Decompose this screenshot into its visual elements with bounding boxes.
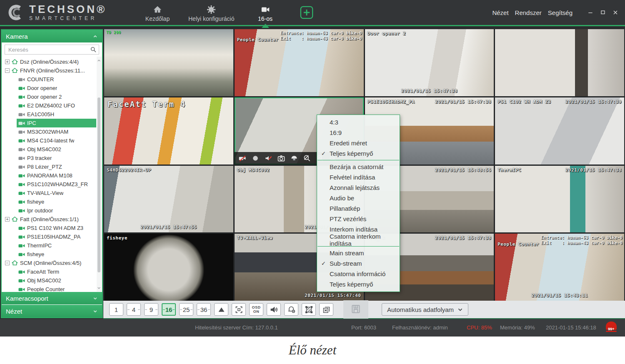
- maximize-button[interactable]: [597, 7, 609, 17]
- video-tile-fisheye[interactable]: fisheye: [104, 234, 233, 301]
- menu-item-main-stream-12[interactable]: Main stream: [317, 248, 400, 258]
- video-tile-s4hd622024ir-up[interactable]: S4HD622024IR-UP2021/01/15 15:47:55: [104, 166, 233, 233]
- menu-item-pillanatk-p[interactable]: Pillanatkép: [317, 203, 400, 214]
- tree-camera-ms3c002wham[interactable]: MS3C002WHAM: [2, 127, 102, 136]
- stream-blocked-icon[interactable]: [238, 154, 247, 162]
- tree-camera-ipc[interactable]: IPC: [2, 119, 102, 127]
- layout-16-button[interactable]: 16: [162, 303, 176, 316]
- layout-1-button[interactable]: 1: [109, 303, 123, 316]
- snapshot-icon[interactable]: [277, 154, 285, 162]
- tree-camera-obj-ms4c002[interactable]: Obj MS4C002: [2, 276, 102, 285]
- search-input[interactable]: [5, 45, 99, 55]
- menu-item-felv-tel-ind-t-sa[interactable]: Felvétel indítása: [317, 172, 400, 182]
- tree-camera-people-counter[interactable]: People Counter: [2, 285, 102, 292]
- menu-nezet[interactable]: Nézet: [492, 9, 508, 16]
- video-tile-ch4[interactable]: [495, 29, 624, 96]
- nav-item-16-os[interactable]: 16-os: [250, 3, 280, 22]
- nav-item-helyi-konfigur-ci[interactable]: Helyi konfiguráció: [188, 3, 235, 22]
- tree-group-dsz-online-sszes-4-4[interactable]: +Dsz (Online/Összes:4/4): [2, 57, 102, 66]
- menu-item-teljes-k-perny-15[interactable]: Teljes képernyő: [317, 279, 400, 289]
- ptz-dome-icon[interactable]: [290, 154, 298, 162]
- layout-4-button[interactable]: 4: [127, 303, 141, 316]
- videocam-icon: [261, 5, 270, 14]
- record-icon[interactable]: [251, 154, 260, 162]
- counter-line: Entrance: human-63 car-0 bike-0: [280, 30, 362, 36]
- video-tile-people-counter[interactable]: Entrance: human-63 car-0 bike-0Exit : hu…: [495, 234, 624, 301]
- menu-item-azonnali-lej-tsz-s[interactable]: Azonnali lejátszás: [317, 182, 400, 193]
- tree-expander-icon[interactable]: −: [5, 68, 10, 73]
- tree-camera-door-opener[interactable]: Door opener: [2, 84, 102, 92]
- tree-camera-ea1c005h[interactable]: EA1C005H: [2, 110, 102, 119]
- tree-camera-fisheye[interactable]: fisheye: [2, 197, 102, 206]
- statusbar: Hitelesítési szerver Cím: 127.0.0.1 Port…: [0, 319, 625, 337]
- tree-group-fatt-online-sszes-1-1[interactable]: +Fatt (Online/Összes:1/1): [2, 215, 102, 224]
- menu-item-csatorna-inform-ci-14[interactable]: Csatorna információ: [317, 269, 400, 279]
- tree-camera-counter[interactable]: COUNTER: [2, 75, 102, 84]
- menu-item-teljes-k-perny[interactable]: ✓Teljes képernyő: [317, 148, 400, 159]
- tree-camera-ps1c102whadmz3-fr[interactable]: PS1C102WHADMZ3_FR: [2, 180, 102, 189]
- stream-mode-dropdown[interactable]: Automatikus adatfolyam: [382, 303, 468, 316]
- toolbar-close-all-icon[interactable]: [319, 303, 333, 316]
- close-button[interactable]: [609, 7, 622, 17]
- video-tile-ps1-c102-wh-adm-z3[interactable]: PS1 C102 WH ADM Z32021/01/15 15:47:39: [495, 97, 624, 165]
- tree-camera-fisheye[interactable]: fisheye: [2, 250, 102, 259]
- tree-camera-p3-tracker[interactable]: P3 tracker: [2, 154, 102, 162]
- tree-expander-icon[interactable]: +: [5, 60, 10, 64]
- panel-header-kameracsoport[interactable]: Kameracsoport: [2, 292, 102, 304]
- video-tile-td-200[interactable]: TD 200: [104, 29, 233, 96]
- tree-camera-obj-ms4c002[interactable]: Obj MS4C002: [2, 145, 102, 154]
- menu-item-sub-stream-13[interactable]: ✓Sub-stream: [317, 258, 400, 269]
- menu-item-eredeti-m-ret[interactable]: Eredeti méret: [317, 138, 400, 148]
- toolbar-fullscreen-icon[interactable]: [232, 303, 246, 316]
- tree-expander-icon[interactable]: −: [5, 261, 10, 265]
- tree-camera-p8-l-zer-ptz[interactable]: P8 Lézer_PTZ: [2, 162, 102, 171]
- nav-item-kezd-lap[interactable]: Kezdőlap: [142, 3, 172, 22]
- tree-camera-e2-dmz64002-ufo[interactable]: E2 DMZ64002 UFO: [2, 101, 102, 110]
- toolbar-osd-on-button[interactable]: OSDON: [249, 303, 263, 316]
- menu-item-16-9[interactable]: 16:9: [317, 127, 400, 138]
- tree-camera-faceatt-term[interactable]: FaceAtt Term: [2, 267, 102, 276]
- scrollbar-thumb[interactable]: [98, 97, 100, 272]
- panel-header-nezet[interactable]: Nézet: [2, 305, 102, 317]
- tree-camera-panorama-m108[interactable]: PANORAMA M108: [2, 171, 102, 180]
- layout-25-button[interactable]: 25: [179, 303, 193, 316]
- tree-camera-ps1e105ihadmz-pa[interactable]: PS1E105IHADMZ_PA: [2, 232, 102, 241]
- menu-item-4-3[interactable]: 4:3: [317, 117, 400, 127]
- menu-rendszer[interactable]: Rendszer: [515, 9, 542, 16]
- tree-camera-lpr-outdoor[interactable]: lpr outdoor: [2, 206, 102, 215]
- toolbar-privacy-mask-icon[interactable]: [302, 303, 316, 316]
- layout-9-button[interactable]: 9: [144, 303, 158, 316]
- tree-camera-door-opener-2[interactable]: Door opener 2: [2, 92, 102, 101]
- menu-item-ptz-vez-rl-s[interactable]: PTZ vezérlés: [317, 214, 400, 224]
- video-tile-door-opener-2[interactable]: Door opener 22021/01/15 15:47:38: [365, 29, 494, 96]
- add-view-button[interactable]: [300, 5, 314, 20]
- tree-camera-tv-wall-view[interactable]: TV-WALL-View: [2, 189, 102, 197]
- tree-group-fnvr-online-sszes-11[interactable]: −FNVR (Online/Összes:11...: [2, 66, 102, 75]
- digital-zoom-off-icon[interactable]: [303, 154, 311, 162]
- tree-camera-ps1-c102-wh-adm-z3[interactable]: PS1 C102 WH ADM Z3: [2, 224, 102, 232]
- menu-item-bez-rja-a-csatorn-t[interactable]: Bezárja a csatornát: [317, 162, 400, 172]
- video-tile-people-counter[interactable]: Entrance: human-63 car-0 bike-0Exit : hu…: [235, 29, 364, 96]
- tree-scrollbar[interactable]: [97, 57, 102, 292]
- tree-group-scm-online-sszes-4-5[interactable]: −SCM (Online/Összes:4/5): [2, 259, 102, 267]
- panel-header-kamera[interactable]: Kamera: [2, 30, 102, 42]
- toolbar-alarm-bell-icon[interactable]: [284, 303, 298, 316]
- toolbar-triangle-up-icon[interactable]: [214, 303, 228, 316]
- save-view-button[interactable]: [350, 304, 361, 316]
- layout-36-button[interactable]: 36: [197, 303, 211, 316]
- toolbar-speaker-icon[interactable]: [267, 303, 281, 316]
- minimize-button[interactable]: [584, 7, 597, 17]
- tree-camera-ms4-c104-latest-fw[interactable]: MS4 C104-latest fw: [2, 136, 102, 145]
- scroll-down-button[interactable]: [96, 285, 101, 291]
- video-tile-thermipc[interactable]: ThermIPC2021/01/15 15:47:38: [495, 166, 624, 233]
- video-tile-faceatt-term-4[interactable]: FaceAtt Term 4: [104, 97, 233, 165]
- save-view-area: [343, 300, 368, 319]
- tree-camera-thermipc[interactable]: ThermIPC: [2, 241, 102, 250]
- alarm-notification-icon[interactable]: 99+: [605, 322, 618, 332]
- menu-item-csatorna-interkom-ind-t-sa[interactable]: Csatorna interkom indítása: [317, 234, 400, 245]
- menu-segitseg[interactable]: Segítség: [548, 9, 572, 16]
- audio-muted-icon[interactable]: [264, 154, 272, 162]
- scroll-up-button[interactable]: [96, 57, 101, 63]
- tree-expander-icon[interactable]: +: [5, 217, 10, 222]
- menu-item-audio-be[interactable]: Audio be: [317, 193, 400, 203]
